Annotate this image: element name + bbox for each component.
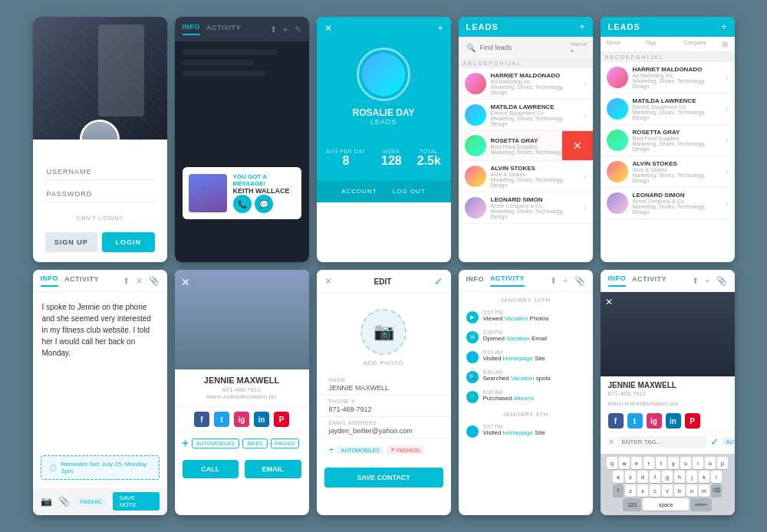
call-button[interactable]: CALL [183,460,239,478]
lead-item[interactable]: HARRIET MALDONADO Ad Marketing Inc. Mark… [459,68,593,100]
kb-j[interactable]: j [686,471,697,483]
alpha-j[interactable]: J [508,61,511,66]
kb-space[interactable]: space [643,498,689,511]
tag-fashion-delete[interactable]: ✕ FASHION [387,445,424,455]
kb-p[interactable]: p [717,457,728,469]
kb-t[interactable]: t [656,457,667,469]
kb-y[interactable]: y [668,457,679,469]
alpha-a[interactable]: A [463,61,467,66]
login-button[interactable]: LOGIN [102,232,155,252]
kb-v[interactable]: v [662,484,673,497]
lead-item[interactable]: ALVIN STOKES Alvin & Stokes Marketing, S… [601,156,735,188]
add-icon-act[interactable]: + [563,276,568,286]
tag-confirm-icon[interactable]: ✓ [710,435,719,448]
share-icon-tag[interactable]: ⬆ [692,276,699,286]
kb-backspace[interactable]: ⌫ [711,484,722,497]
share-icon-note[interactable]: ⬆ [123,276,130,286]
kb-l[interactable]: l [711,471,722,483]
tab-activity-note[interactable]: ACTIVITY [64,275,99,286]
clip-icon-note[interactable]: 📎 [149,276,160,286]
tab-info-note[interactable]: INFO [41,274,59,287]
kb-h[interactable]: h [674,471,685,483]
tab-info-tag[interactable]: INFO [608,274,627,287]
cant-login-link[interactable]: CAN'T LOGIN? [45,215,155,222]
alpha-b2[interactable]: B [610,54,614,60]
signup-button[interactable]: SIGN UP [45,232,98,252]
tab-activity-active[interactable]: ACTIVITY [490,274,525,287]
lead-item-delete[interactable]: ROSETTA GRAY Best Food Supplies Marketin… [459,131,593,161]
alpha-f2[interactable]: F [631,54,634,60]
alpha-c[interactable]: C [473,61,477,66]
edit-icon[interactable]: ✎ [295,25,301,34]
alpha-f[interactable]: F [489,61,492,66]
kb-a[interactable]: a [613,471,624,483]
instagram-icon[interactable]: ig [234,412,249,427]
add-tag-icon[interactable]: + [183,437,189,449]
alpha-e[interactable]: E [484,61,488,66]
lead-item[interactable]: LEONARD SIMON Acme Company & Co. Marketi… [601,188,735,219]
alpha-j2[interactable]: J [650,54,653,60]
tw-icon-tag[interactable]: t [627,413,643,429]
alpha-g[interactable]: G [494,61,498,66]
add-icon-tag[interactable]: + [705,276,709,286]
close-icon-contact[interactable]: ✕ [181,276,190,288]
linkedin-icon[interactable]: in [254,412,269,427]
email-button[interactable]: EMAIL [245,460,301,478]
lead-item[interactable]: MATILDA LAWRENCE Electric Equipment Co. … [459,100,593,131]
li-icon-tag[interactable]: in [666,413,681,429]
alpha-b[interactable]: B [468,61,472,66]
alpha-c2[interactable]: C [615,54,619,60]
kb-k[interactable]: k [699,471,709,483]
lead-item[interactable]: MATILDA LAWRENCE Electric Equipment Co. … [601,94,735,125]
lead-item[interactable]: ALVIN STOKES Alvin & Stokes Marketing, S… [459,161,593,192]
password-input[interactable] [45,186,155,202]
tag-input[interactable] [617,436,707,448]
kb-q[interactable]: q [607,457,617,469]
close-icon[interactable]: ✕ [324,23,332,34]
alpha-k[interactable]: K [512,61,516,66]
alpha-d2[interactable]: D [621,54,624,60]
kb-shift[interactable]: ⇧ [613,484,624,497]
share-icon-act[interactable]: ⬆ [550,276,557,286]
confirm-icon[interactable]: ✓ [434,275,443,287]
kb-b[interactable]: b [674,484,685,497]
fb-icon-tag[interactable]: f [608,413,624,429]
kb-d[interactable]: d [637,471,648,483]
tab-activity[interactable]: ACTIVITY [206,24,241,34]
cancel-icon[interactable]: ✕ [324,276,332,287]
alpha-a2[interactable]: A [605,54,609,60]
lead-item[interactable]: LEONARD SIMON Acme Company & Co. Marketi… [459,192,593,224]
tab-info-activity[interactable]: INFO [466,275,485,286]
alpha-l2[interactable]: L [660,54,663,60]
ig-icon-tag[interactable]: ig [647,413,662,429]
kb-z[interactable]: z [625,484,636,497]
kb-r[interactable]: r [644,457,654,469]
lead-item[interactable]: ROSETTA GRAY Best Food Supplies Marketin… [601,125,735,156]
add-tag-icon-edit[interactable]: + [329,445,334,455]
search-input[interactable] [480,44,566,51]
alpha-k2[interactable]: K [654,54,658,60]
alpha-e2[interactable]: E [626,54,630,60]
kb-u[interactable]: u [680,457,691,469]
facebook-icon[interactable]: f [194,412,209,427]
kb-x[interactable]: x [637,484,648,497]
clip-icon-act[interactable]: 📎 [574,276,585,286]
add-icon-2[interactable]: + [721,21,726,32]
clip-icon-tag[interactable]: 📎 [716,276,727,286]
filter-icon[interactable]: ⊞ [722,40,728,48]
add-icon[interactable]: + [283,25,288,34]
alpha-i2[interactable]: I [647,54,648,60]
tag-del-x[interactable]: ✕ [608,438,614,446]
lead-item[interactable]: HARRIET MALDONADO Ad Marketing Inc. Mark… [601,62,735,94]
close-icon-note[interactable]: ✕ [136,276,143,286]
add-lead-icon[interactable]: + [579,21,584,32]
alpha-d[interactable]: D [479,61,482,66]
delete-button[interactable]: ✕ [562,131,593,160]
alpha-g2[interactable]: G [636,54,640,60]
kb-return[interactable]: return [690,498,712,511]
save-contact-button[interactable]: SAVE CONTACT [324,468,443,488]
kb-g[interactable]: g [662,471,673,483]
kb-o[interactable]: o [705,457,716,469]
kb-c[interactable]: c [650,484,660,497]
alpha-h[interactable]: H [499,61,503,66]
